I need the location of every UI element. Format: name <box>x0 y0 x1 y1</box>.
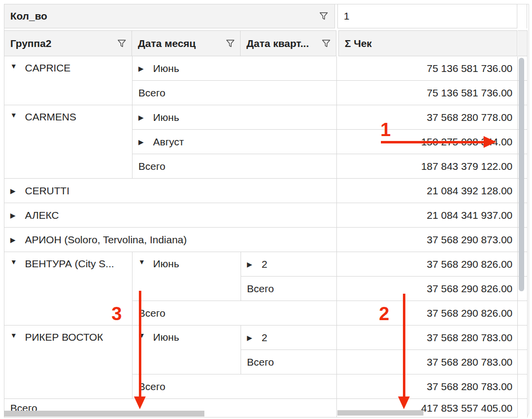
month-cell: ▶ Июнь <box>133 56 337 81</box>
value-cell: 75 136 581 736.00 <box>337 81 518 105</box>
group-cell-riker-vostok: ▼ РИКЕР ВОСТОК <box>4 326 133 399</box>
grand-total-value: 417 853 557 405.00 <box>421 402 512 414</box>
quarter-label: 2 <box>262 258 267 270</box>
month-cell: ▶ Август <box>133 130 337 154</box>
group-cell-caprice: ▼ CAPRICE <box>4 56 133 105</box>
filter-value: 1 <box>344 10 350 22</box>
header-month[interactable]: Дата месяц <box>132 30 241 56</box>
value: 37 568 290 873.00 <box>427 234 512 246</box>
arrow-down-head-icon <box>398 396 410 409</box>
month-total-label: Всего <box>138 381 165 393</box>
group-label: CAPRICE <box>25 62 70 74</box>
quarter-total-cell: Всего <box>241 350 337 374</box>
value-cell: 21 084 341 937.00 <box>337 203 518 228</box>
filter-row-overflow <box>517 4 527 28</box>
header-measure[interactable]: Σ Чек <box>338 30 517 56</box>
annotation-3-label: 3 <box>111 304 122 323</box>
arrow-right-head-icon <box>484 136 496 148</box>
filter-icon[interactable] <box>225 39 235 48</box>
annotation-2-label: 2 <box>379 304 389 323</box>
value-cell: 37 568 280 783.00 <box>337 374 518 399</box>
horizontal-scrollbar-thumb-right[interactable] <box>337 410 423 416</box>
value-cell: 37 568 290 826.00 <box>337 277 518 301</box>
filter-icon[interactable] <box>319 11 329 21</box>
caret-right-icon[interactable]: ▶ <box>138 138 153 146</box>
value-cell: 37 568 290 826.00 <box>337 252 518 277</box>
filter-field-chip[interactable]: Кол_во <box>4 4 335 28</box>
caret-right-icon[interactable]: ▶ <box>10 211 25 219</box>
horizontal-scrollbar-thumb-left[interactable] <box>4 411 204 417</box>
header-quarter[interactable]: Дата кварт... <box>241 30 336 56</box>
group-label: ВЕНТУРА (City S... <box>25 258 114 270</box>
value: 37 568 280 783.00 <box>427 332 512 344</box>
month-label: Август <box>153 136 184 148</box>
vertical-scrollbar-thumb[interactable] <box>519 58 524 291</box>
header-measure-label: Σ Чек <box>345 38 372 49</box>
group-label: АЛЕКС <box>25 210 59 221</box>
caret-right-icon[interactable]: ▶ <box>10 236 25 244</box>
caret-right-icon[interactable]: ▶ <box>10 187 25 195</box>
group-label: CERUTTI <box>25 185 69 197</box>
value-cell: 37 568 280 783.00 <box>337 350 518 374</box>
header-month-label: Дата месяц <box>138 38 196 49</box>
group-label: АРИОН (Soloro, Tervolina, Indiana) <box>25 234 187 246</box>
value: 21 084 341 937.00 <box>427 210 512 221</box>
value-cell: 37 568 280 783.00 <box>337 326 518 350</box>
filter-field-label: Кол_во <box>10 10 47 22</box>
month-total-label: Всего <box>138 87 165 99</box>
caret-right-icon[interactable]: ▶ <box>138 114 153 121</box>
filter-value-cell[interactable]: 1 <box>337 4 517 28</box>
group-cell-carmens: ▼ CARMENS <box>4 105 133 179</box>
pivot-grid: ▼ CAPRICE ▼ CARMENS ▶ CERUTTI ▶ АЛЕКС ▶ … <box>4 56 528 418</box>
quarter-label: 2 <box>262 332 267 344</box>
column-header-row: Группа2 Дата месяц Дата кварт... <box>4 30 528 56</box>
caret-down-icon[interactable]: ▼ <box>10 331 25 339</box>
header-group[interactable]: Группа2 <box>4 30 132 56</box>
header-overflow <box>518 30 528 56</box>
caret-down-icon[interactable]: ▼ <box>10 258 25 266</box>
month-total-cell: Всего <box>133 81 337 105</box>
month-cell: ▼ Июнь <box>133 326 241 374</box>
month-total-cell: Всего <box>133 301 337 326</box>
month-label: Июнь <box>153 331 179 343</box>
caret-down-icon[interactable]: ▼ <box>10 62 25 70</box>
month-cell: ▶ Июнь <box>133 105 337 130</box>
value-cell: 37 568 290 873.00 <box>337 228 518 252</box>
month-label: Июнь <box>153 258 179 270</box>
month-total-label: Всего <box>138 161 165 172</box>
value-cell: 21 084 392 128.00 <box>337 179 518 203</box>
filter-icon[interactable] <box>321 39 331 48</box>
quarter-total-cell: Всего <box>241 277 337 301</box>
quarter-cell: ▶ 2 <box>241 252 337 277</box>
group-label: CARMENS <box>25 111 76 123</box>
value: 75 136 581 736.00 <box>427 63 512 74</box>
annotation-1-arrow <box>381 141 485 143</box>
value-cell: 75 136 581 736.00 <box>337 56 518 81</box>
value: 37 568 290 826.00 <box>427 258 512 270</box>
annotation-1-label: 1 <box>380 120 391 139</box>
value: 75 136 581 736.00 <box>427 87 512 99</box>
caret-right-icon[interactable]: ▶ <box>247 334 262 342</box>
group-cell-arion: ▶ АРИОН (Soloro, Tervolina, Indiana) <box>4 228 337 252</box>
caret-down-icon[interactable]: ▼ <box>10 111 25 119</box>
caret-right-icon[interactable]: ▶ <box>138 65 153 72</box>
quarter-total-label: Всего <box>247 356 274 368</box>
month-label: Июнь <box>153 112 179 123</box>
month-total-cell: Всего <box>133 374 337 399</box>
annotation-2-arrow <box>403 294 405 397</box>
value-cell: 37 568 290 826.00 <box>337 301 518 326</box>
filter-icon[interactable] <box>117 39 127 48</box>
group-cell-cerutti: ▶ CERUTTI <box>4 179 337 203</box>
header-quarter-label: Дата кварт... <box>246 38 309 49</box>
month-total-cell: Всего <box>133 154 337 179</box>
header-group-label: Группа2 <box>10 38 51 49</box>
value: 21 084 392 128.00 <box>427 185 512 197</box>
quarter-total-label: Всего <box>247 283 274 295</box>
caret-right-icon[interactable]: ▶ <box>247 260 262 268</box>
value-cell: 37 568 280 778.00 <box>337 105 518 130</box>
annotation-3-arrow <box>139 291 141 397</box>
caret-down-icon[interactable]: ▼ <box>138 258 153 266</box>
value: 37 568 280 783.00 <box>427 356 512 368</box>
value: 37 568 290 826.00 <box>427 283 512 295</box>
pivot-table-screen: Кол_во 1 Группа2 Дата месяц <box>0 0 532 419</box>
